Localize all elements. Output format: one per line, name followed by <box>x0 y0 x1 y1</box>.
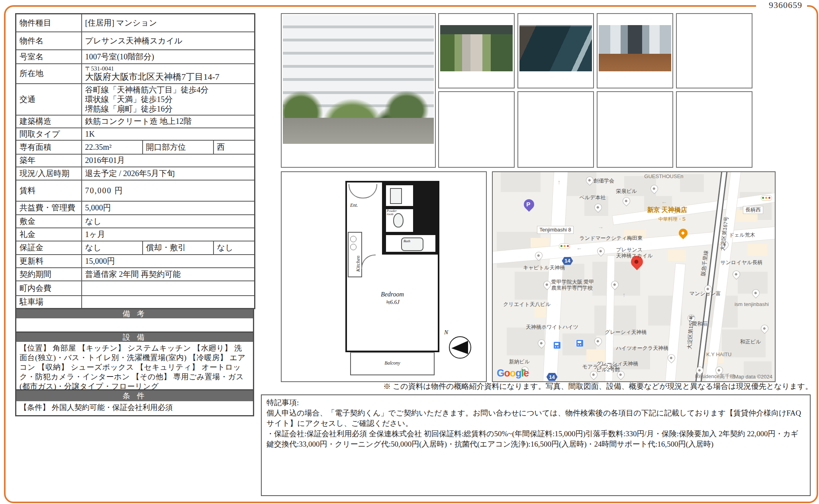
map-place-label: 阪急千里線 <box>700 250 709 276</box>
map-building <box>564 172 596 196</box>
building-photo <box>283 15 434 144</box>
map-place-label: キャピトル天神橋 <box>523 265 565 271</box>
spec-value: [住居用] マンション <box>82 14 255 32</box>
document-number: 9360659 <box>769 0 802 10</box>
spec-row: 建築構造鉄筋コンクリート造 地上12階 <box>16 115 255 128</box>
spec-value: 谷町線「天神橋筋六丁目」徒歩4分 環状線「天満」徒歩15分 堺筋線「扇町」徒歩1… <box>82 84 255 115</box>
spec-column: 物件種目[住居用] マンション物件名プレサンス天神橋スカイル号室名1007号室(… <box>15 13 254 416</box>
google-logo-letter: g <box>515 367 521 378</box>
map-place-label: GUESTHOUSEn <box>644 173 683 179</box>
spec-row: 礼金1ヶ月 <box>16 228 255 241</box>
pin-dot <box>698 369 701 372</box>
spec-row: 所在地〒531-0041大阪府大阪市北区天神橋7丁目14-7 <box>16 64 255 84</box>
spec-label: 間取タイプ <box>16 128 82 140</box>
powder-label: Powder room <box>387 210 397 216</box>
traffic-dot <box>560 245 562 247</box>
spec-value: 西 <box>214 140 255 154</box>
floorplan: Bath Powder room Ent. Kitchen Bedroom ≒6… <box>281 171 487 382</box>
spec-value: 〒531-0041大阪府大阪市北区天神橋7丁目14-7 <box>82 64 255 84</box>
spec-table: 物件種目[住居用] マンション物件名プレサンス天神橋スカイル号室名1007号室(… <box>15 13 255 309</box>
spec-value: 1K <box>82 128 255 140</box>
parking-pin-icon: P <box>521 197 536 212</box>
map-place-label: 愛和荘 <box>692 321 708 327</box>
spec-value: 15,000円 <box>82 255 255 268</box>
spec-value: なし <box>82 215 255 228</box>
photo-entrance <box>438 13 515 88</box>
spec-row: 物件種目[住居用] マンション <box>16 14 255 32</box>
photo-slot-empty <box>597 91 673 168</box>
bus-stop-icon <box>576 339 584 347</box>
pin-dot <box>587 178 590 182</box>
spec-label: 更新料 <box>16 255 82 268</box>
equipment-header: 設 備 <box>15 333 254 342</box>
spec-label: 物件種目 <box>16 14 82 32</box>
pin-dot <box>545 283 548 286</box>
map-place-label: Residence高千穂 <box>695 373 735 379</box>
traffic-light-icon <box>559 243 570 249</box>
conditions-body: 【条件】 外国人契約可能・保証会社利用必須 <box>15 401 254 416</box>
spec-value: 1007号室(10階部分) <box>82 50 255 64</box>
spec-row: 町内会費 <box>16 281 255 296</box>
north-label: N <box>444 329 448 336</box>
road-arrow-icon: ↑ <box>598 226 605 229</box>
map-place-label: サンロイヤル長柄 <box>720 259 762 265</box>
location-map: P1414↑↑↑↑↑↑ 創価学会GUESTHOUSEn栄泉ビルベルデ本社新京 天… <box>492 171 776 382</box>
spec-label: 共益費・管理費 <box>16 201 82 215</box>
map-place-label: 愛甲学院大阪 愛甲 農業科学専門学校 <box>551 279 594 291</box>
google-logo-letter: o <box>504 367 509 378</box>
photo-signboard <box>517 13 594 88</box>
photo-slot-empty <box>676 91 752 168</box>
spec-label: 駐車場 <box>16 296 82 309</box>
spec-row: 交通谷町線「天神橋筋六丁目」徒歩4分 環状線「天満」徒歩15分 堺筋線「扇町」徒… <box>16 84 255 115</box>
spec-value: 22.35m² <box>82 140 143 154</box>
signboard-photo <box>519 25 592 72</box>
spec-label: 号室名 <box>16 50 82 64</box>
pin-dot <box>762 327 765 330</box>
map-place-label: クリエイト天八ビル <box>503 301 551 307</box>
map-place-label: 天神橋ホワイトハイツ <box>526 324 578 330</box>
pin-dot <box>734 273 737 276</box>
pin-dot <box>592 373 595 376</box>
pin-dot <box>633 259 639 265</box>
map-place-label: 中華料理・S <box>658 216 686 222</box>
pin-dot <box>669 356 672 359</box>
road-arrow-icon: ↑ <box>623 291 626 298</box>
disclaimer-note: ※ この資料は物件の概略紹介資料になります。写真、間取図面、設備、概要などが現況… <box>279 381 813 392</box>
map-place-label: グレーシィ天神橋 <box>605 329 647 335</box>
spec-value <box>82 296 255 309</box>
road-arrow-icon: ↑ <box>576 247 582 251</box>
hallway-photo <box>599 25 671 72</box>
map-place-label: ism tenjinbashi <box>735 301 769 307</box>
spec-value: 鉄筋コンクリート造 地上12階 <box>82 115 255 128</box>
remarks-header: 備 考 <box>15 309 254 318</box>
spec-label: 償却・敷引 <box>143 241 214 255</box>
spec-row: 間取タイプ1K <box>16 128 255 140</box>
spec-value: 1ヶ月 <box>82 228 255 241</box>
map-place-label: ハイツオークラ天神橋 <box>616 345 669 351</box>
photo-slot-empty <box>676 13 752 88</box>
postal-code: 〒531-0041 <box>85 65 251 72</box>
map-place-label: 栄泉ビル <box>616 188 637 194</box>
google-logo-letter: G <box>497 367 504 378</box>
spec-row: 物件名プレサンス天神橋スカイル <box>16 32 255 50</box>
spec-label: 保証金 <box>16 241 82 255</box>
map-place-label: Tenjimbashi 8 <box>537 226 574 234</box>
map-attribution: Map data ©2024 <box>734 374 772 380</box>
photo-exterior <box>281 13 436 168</box>
map-place-label: 新京 天神橋店 <box>647 207 687 213</box>
spec-value: プレサンス天神橋スカイル <box>82 32 255 50</box>
spec-row: 賃料70,000 円 <box>16 180 255 201</box>
place-pin-icon <box>621 196 632 206</box>
pin-dot <box>618 373 621 376</box>
google-logo-letter: e <box>523 367 529 378</box>
kitchen-label: Kitchen <box>355 256 361 272</box>
spec-label: 現況/入居時期 <box>16 167 82 180</box>
spec-row: 専有面積22.35m²開口部方位西 <box>16 140 255 154</box>
spec-label: 所在地 <box>16 64 82 84</box>
special-note-line: 個人申込の場合、「電子契約くん」でご契約いただきます。お問い合わせについては、物… <box>266 408 805 429</box>
traffic-light-icon <box>761 195 772 201</box>
spec-label: 専有面積 <box>16 140 82 154</box>
map-place-label: 長柄西 <box>743 206 763 214</box>
spec-label: 築年 <box>16 154 82 167</box>
road-arrow-icon: ↑ <box>660 201 667 204</box>
